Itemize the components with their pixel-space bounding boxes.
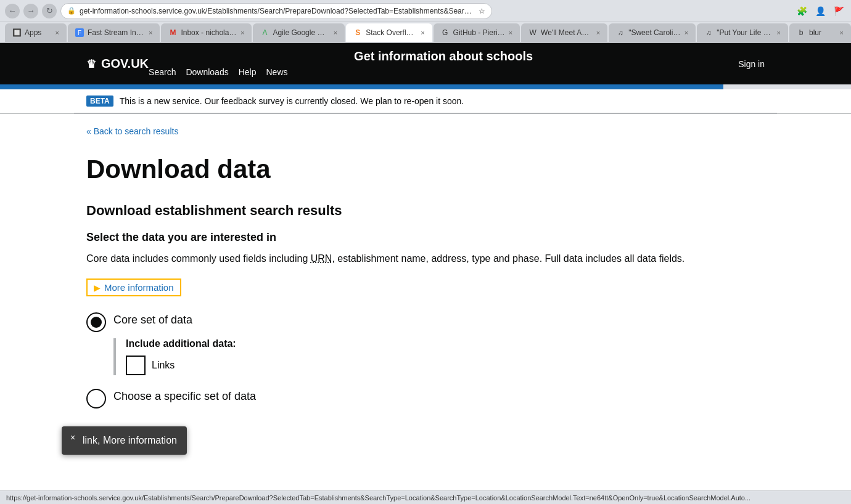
tab-sweetcaroline[interactable]: ♫ "Sweet Caroline"... × <box>609 23 696 42</box>
tab-close[interactable]: × <box>777 29 781 36</box>
additional-data-title: Include additional data: <box>126 338 765 349</box>
tab-stackoverflow[interactable]: S Stack Overflow -... × <box>346 23 432 42</box>
description-text: Core data includes commonly used fields … <box>86 251 765 266</box>
tab-label: blur <box>809 28 836 37</box>
tab-label: "Sweet Caroline"... <box>628 28 681 37</box>
nav-help[interactable]: Help <box>239 66 257 78</box>
tab-label: "Put Your Life On l... <box>717 28 773 37</box>
beta-banner: BETA This is a new service. Our feedback… <box>74 89 777 113</box>
radio-item-specific: Choose a specific set of data <box>86 388 765 408</box>
radio-item-core: Core set of data <box>86 311 765 332</box>
tooltip-close-button[interactable]: × <box>70 433 75 442</box>
progress-bar-fill <box>0 84 723 89</box>
tab-close[interactable]: × <box>684 29 688 36</box>
extensions-icon[interactable]: 🧩 <box>794 4 809 18</box>
main-content-wrapper: « Back to search results Download data D… <box>0 114 851 433</box>
progress-bar-container <box>0 84 851 89</box>
tab-close[interactable]: × <box>334 29 337 36</box>
tab-favicon: 🔲 <box>12 28 21 37</box>
tab-favicon: ♫ <box>616 28 625 37</box>
main-content: « Back to search results Download data D… <box>74 114 777 433</box>
tab-faststream[interactable]: F Fast Stream Intran... × <box>68 23 160 42</box>
tab-putyourlife[interactable]: ♫ "Put Your Life On l... × <box>697 23 788 42</box>
description-text-1: Core data includes commonly used fields … <box>86 253 311 264</box>
tab-close[interactable]: × <box>596 29 600 36</box>
tab-inbox[interactable]: M Inbox - nicholas.ja... × <box>161 23 252 42</box>
tab-label: Stack Overflow -... <box>366 28 417 37</box>
tooltip-popup: × link, More information <box>62 426 187 455</box>
tab-close[interactable]: × <box>509 29 512 36</box>
arrow-right-icon: ▶ <box>94 283 101 293</box>
tab-close[interactable]: × <box>149 29 152 36</box>
signin-link[interactable]: Sign in <box>738 59 765 69</box>
tab-github[interactable]: G GitHub - Pierian-... × <box>434 23 520 42</box>
back-button[interactable]: ← <box>5 4 20 18</box>
checkbox-item-links: Links <box>126 356 765 375</box>
lock-icon: 🔒 <box>67 7 76 15</box>
status-url: https://get-information-schools.service.… <box>6 494 750 502</box>
tab-close[interactable]: × <box>56 29 59 36</box>
tab-agile[interactable]: A Agile Google Grou... × <box>253 23 345 42</box>
beta-tag: BETA <box>86 96 113 107</box>
tab-close[interactable]: × <box>840 29 844 36</box>
back-link[interactable]: « Back to search results <box>86 126 178 136</box>
checkbox-links-input[interactable] <box>126 356 146 375</box>
radio-specific-label: Choose a specific set of data <box>113 388 256 403</box>
additional-data-section: Include additional data: Links <box>113 338 765 375</box>
browser-chrome: ← → ↻ 🔒 get-information-schools.service.… <box>0 0 851 22</box>
nav-news[interactable]: News <box>266 66 287 78</box>
tab-label: Agile Google Grou... <box>273 28 329 37</box>
govuk-logo[interactable]: ♛ GOV.UK <box>86 57 149 71</box>
govuk-header: ♛ GOV.UK Get information about schools S… <box>0 43 851 84</box>
tab-favicon: S <box>353 28 362 37</box>
radio-group: Core set of data Include additional data… <box>86 311 765 408</box>
profile-icon[interactable]: 👤 <box>813 4 828 18</box>
tab-close[interactable]: × <box>421 29 424 36</box>
tab-label: We'll Meet Again... <box>541 28 593 37</box>
more-info-label: More information <box>104 282 174 293</box>
description-text-2: , establishment name, address, type and … <box>332 253 684 264</box>
tab-label: Inbox - nicholas.ja... <box>181 28 237 37</box>
tab-label: Apps <box>25 28 52 37</box>
tab-label: Fast Stream Intran... <box>88 28 145 37</box>
browser-right-icons: 🧩 👤 🚩 <box>794 4 846 18</box>
beta-text: This is a new service. Our feedback surv… <box>120 96 464 106</box>
tab-favicon: G <box>441 28 450 37</box>
signin-section: Sign in <box>738 59 765 69</box>
urn-abbr: URN <box>311 253 332 264</box>
checkbox-links-label: Links <box>152 360 175 371</box>
site-title: Get information about schools <box>149 49 738 63</box>
tab-favicon: b <box>797 28 805 37</box>
radio-specific-input[interactable] <box>86 389 106 408</box>
section-title: Download establishment search results <box>86 203 765 219</box>
more-info-link[interactable]: ▶ More information <box>86 278 181 296</box>
tab-favicon: M <box>168 28 177 37</box>
tab-blur[interactable]: b blur × <box>789 23 851 42</box>
flag-icon[interactable]: 🚩 <box>831 4 846 18</box>
page-title: Download data <box>86 155 765 184</box>
nav-search[interactable]: Search <box>149 66 176 78</box>
address-text: get-information-schools.service.gov.uk/E… <box>80 7 475 15</box>
tooltip-text: link, More information <box>83 435 177 445</box>
radio-core-label: Core set of data <box>113 311 192 327</box>
status-bar: https://get-information-schools.service.… <box>0 490 851 504</box>
site-title-section: Get information about schools Search Dow… <box>149 49 738 78</box>
nav-downloads[interactable]: Downloads <box>186 66 228 78</box>
tab-close[interactable]: × <box>240 29 244 36</box>
govuk-logo-text: GOV.UK <box>101 57 149 71</box>
star-icon[interactable]: ☆ <box>479 7 485 15</box>
tab-label: GitHub - Pierian-... <box>453 28 505 37</box>
crown-icon: ♛ <box>86 57 96 71</box>
forward-button[interactable]: → <box>23 4 38 18</box>
tab-apps[interactable]: 🔲 Apps × <box>5 23 67 42</box>
main-nav: Search Downloads Help News <box>149 66 738 78</box>
address-bar[interactable]: 🔒 get-information-schools.service.gov.uk… <box>60 3 492 19</box>
radio-core-input[interactable] <box>86 312 106 332</box>
tab-favicon: W <box>528 28 537 37</box>
tab-wellmeetagain[interactable]: W We'll Meet Again... × <box>521 23 607 42</box>
subsection-title: Select the data you are interested in <box>86 231 765 244</box>
reload-button[interactable]: ↻ <box>42 4 57 18</box>
beta-banner-wrapper: BETA This is a new service. Our feedback… <box>0 89 851 114</box>
tab-favicon: A <box>260 28 269 37</box>
tab-favicon: ♫ <box>704 28 713 37</box>
